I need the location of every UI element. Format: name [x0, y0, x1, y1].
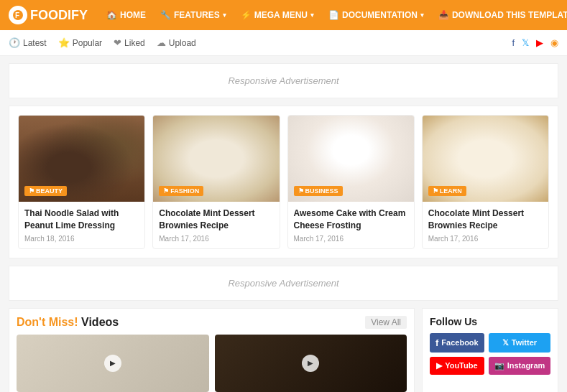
video-thumb-0[interactable]: ▶	[17, 335, 209, 392]
navbar: F FOODIFY 🏠 HOME 🔧 FEATURES ▾ ⚡ MEGA MEN…	[0, 0, 567, 30]
features-icon: 🔧	[160, 10, 171, 20]
card-date-2: March 17, 2016	[294, 235, 408, 243]
card-badge-1: ⚑ FASHION	[159, 186, 203, 196]
nav-mega-menu[interactable]: ⚡ MEGA MENU ▾	[235, 0, 320, 30]
card-title-0: Thai Noodle Salad with Peanut Lime Dress…	[24, 207, 139, 232]
badge-icon: ⚑	[433, 187, 438, 195]
badge-icon: ⚑	[163, 187, 169, 195]
follow-title: Follow Us	[430, 316, 550, 327]
ad-banner-top: Responsive Advertisement	[9, 63, 558, 98]
play-button-1[interactable]: ▶	[302, 355, 319, 372]
card-2[interactable]: ⚑ BUSINESS Awesome Cake with Cream Chees…	[287, 115, 415, 249]
card-badge-3: ⚑ LEARN	[428, 186, 466, 196]
play-button-0[interactable]: ▶	[104, 355, 121, 372]
doc-icon: 📄	[328, 10, 339, 20]
card-image-1: ⚑ FASHION	[153, 116, 279, 202]
card-title-1: Chocolate Mint Dessert Brownies Recipe	[159, 207, 273, 232]
cloud-icon: ☁	[157, 37, 166, 48]
card-body-1: Chocolate Mint Dessert Brownies Recipe M…	[153, 202, 279, 248]
video-section-header: Don't Miss! Videos View All	[17, 316, 407, 329]
clock-icon: 🕐	[9, 37, 20, 48]
nav-download[interactable]: 📥 DOWNLOAD THIS TEMPLATE	[433, 0, 567, 30]
chevron-down-icon: ▾	[310, 11, 314, 19]
rss-icon[interactable]: ◉	[550, 37, 558, 48]
subnav: 🕐 Latest ⭐ Popular ❤ Liked ☁ Upload f 𝕏 …	[0, 30, 567, 56]
nav-items: 🏠 HOME 🔧 FEATURES ▾ ⚡ MEGA MENU ▾ 📄 DOCU…	[101, 0, 567, 30]
subnav-social: f 𝕏 ▶ ◉	[512, 37, 558, 48]
youtube-icon[interactable]: ▶	[536, 37, 543, 48]
subnav-popular[interactable]: ⭐ Popular	[58, 37, 102, 48]
card-date-1: March 17, 2016	[159, 235, 273, 243]
mega-icon: ⚡	[241, 10, 252, 20]
card-image-0: ⚑ BEAUTY	[19, 116, 144, 202]
card-badge-0: ⚑ BEAUTY	[24, 186, 67, 196]
follow-section: Follow Us f Facebook 𝕏 Twitter ▶ YouTube…	[422, 308, 558, 392]
video-section: Don't Miss! Videos View All ▶ ▶	[9, 308, 415, 392]
twitter-follow-button[interactable]: 𝕏 Twitter	[489, 333, 551, 353]
facebook-follow-button[interactable]: f Facebook	[430, 333, 484, 353]
video-thumb-1[interactable]: ▶	[215, 335, 407, 392]
card-title-3: Chocolate Mint Dessert Brownies Recipe	[428, 207, 543, 232]
cards-section: ⚑ BEAUTY Thai Noodle Salad with Peanut L…	[9, 106, 558, 258]
logo-icon: F	[9, 6, 27, 24]
card-3[interactable]: ⚑ LEARN Chocolate Mint Dessert Brownies …	[422, 115, 549, 249]
facebook-icon[interactable]: f	[512, 37, 515, 48]
card-body-2: Awesome Cake with Cream Cheese Frosting …	[288, 202, 414, 248]
chevron-down-icon: ▾	[420, 11, 424, 19]
card-body-0: Thai Noodle Salad with Peanut Lime Dress…	[19, 202, 144, 248]
card-date-3: March 17, 2016	[428, 235, 543, 243]
bottom-section: Don't Miss! Videos View All ▶ ▶ Follow U…	[9, 308, 558, 392]
cards-grid: ⚑ BEAUTY Thai Noodle Salad with Peanut L…	[18, 115, 549, 249]
subnav-liked[interactable]: ❤ Liked	[114, 37, 145, 48]
nav-features[interactable]: 🔧 FEATURES ▾	[155, 0, 232, 30]
card-image-3: ⚑ LEARN	[423, 116, 548, 202]
logo[interactable]: F FOODIFY	[9, 6, 88, 24]
video-grid: ▶ ▶	[17, 335, 407, 392]
subnav-latest[interactable]: 🕐 Latest	[9, 37, 47, 48]
view-all-button[interactable]: View All	[365, 316, 407, 329]
star-icon: ⭐	[58, 37, 70, 48]
facebook-icon: f	[435, 337, 438, 348]
nav-home[interactable]: 🏠 HOME	[101, 0, 152, 30]
card-title-2: Awesome Cake with Cream Cheese Frosting	[294, 207, 408, 232]
card-1[interactable]: ⚑ FASHION Chocolate Mint Dessert Brownie…	[152, 115, 280, 249]
svg-text:F: F	[15, 11, 19, 19]
subnav-upload[interactable]: ☁ Upload	[157, 37, 196, 48]
instagram-follow-button[interactable]: 📷 Instagram	[489, 357, 551, 375]
chevron-down-icon: ▾	[223, 11, 226, 19]
card-badge-2: ⚑ BUSINESS	[294, 186, 343, 196]
badge-icon: ⚑	[29, 187, 34, 195]
download-icon: 📥	[438, 10, 449, 20]
twitter-icon: 𝕏	[502, 338, 509, 347]
badge-icon: ⚑	[298, 187, 304, 195]
social-grid: f Facebook 𝕏 Twitter ▶ YouTube 📷 Instagr…	[430, 333, 550, 375]
ad-banner-bottom: Responsive Advertisement	[9, 266, 558, 301]
heart-icon: ❤	[114, 37, 121, 48]
youtube-follow-button[interactable]: ▶ YouTube	[430, 357, 484, 375]
nav-documentation[interactable]: 📄 DOCUMENTATION ▾	[323, 0, 430, 30]
card-0[interactable]: ⚑ BEAUTY Thai Noodle Salad with Peanut L…	[18, 115, 145, 249]
twitter-icon[interactable]: 𝕏	[522, 37, 529, 48]
home-icon: 🏠	[106, 10, 117, 20]
youtube-icon: ▶	[436, 361, 442, 370]
card-date-0: March 18, 2016	[24, 235, 139, 243]
card-image-2: ⚑ BUSINESS	[288, 116, 414, 202]
instagram-icon: 📷	[494, 361, 504, 370]
card-body-3: Chocolate Mint Dessert Brownies Recipe M…	[423, 202, 548, 248]
video-section-title: Don't Miss! Videos	[17, 316, 119, 329]
brand-name: FOODIFY	[30, 8, 88, 23]
